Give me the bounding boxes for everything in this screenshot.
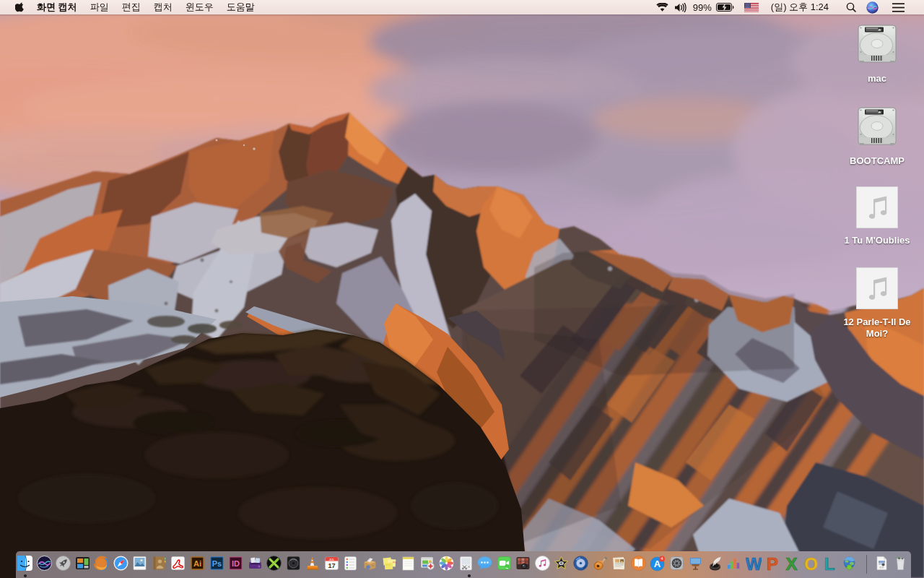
svg-text:L: L [824, 556, 835, 571]
svg-text:O: O [804, 556, 818, 571]
svg-text:P: P [766, 556, 777, 571]
svg-text:Plan: Plan [392, 561, 397, 564]
svg-text:W: W [746, 556, 762, 571]
svg-text:17: 17 [328, 562, 335, 569]
svg-text:ID: ID [232, 559, 240, 568]
svg-text:Ai: Ai [193, 559, 201, 568]
svg-text:RTF: RTF [880, 566, 884, 569]
svg-text:JUL: JUL [329, 558, 335, 561]
svg-text:Ps: Ps [212, 559, 221, 568]
svg-text:X: X [785, 556, 797, 571]
svg-text:4: 4 [661, 556, 663, 561]
